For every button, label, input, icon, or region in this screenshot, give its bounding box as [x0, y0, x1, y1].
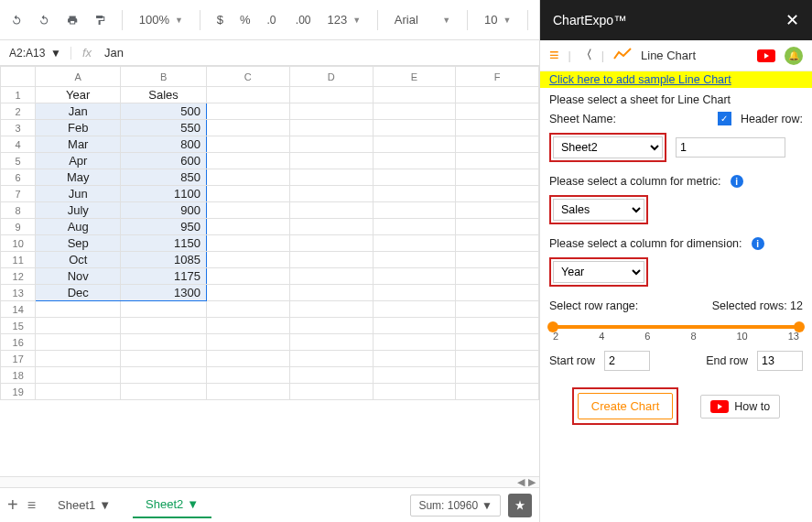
cell[interactable] [289, 186, 373, 202]
add-sheet-icon[interactable]: + [7, 495, 18, 516]
cell[interactable] [373, 153, 456, 169]
cell[interactable] [289, 301, 373, 318]
cell[interactable] [289, 136, 373, 153]
row-header[interactable]: 7 [1, 186, 36, 202]
name-box[interactable]: A2:A13▼ [0, 47, 71, 60]
cell[interactable] [456, 268, 539, 285]
cell[interactable] [456, 252, 539, 268]
undo-icon[interactable] [11, 12, 22, 28]
cell[interactable] [289, 318, 373, 334]
font-dropdown[interactable]: Arial▼ [395, 13, 450, 27]
column-header[interactable]: C [206, 67, 289, 87]
cell[interactable] [121, 334, 207, 351]
cell[interactable] [36, 301, 121, 318]
currency-icon[interactable]: $ [217, 13, 223, 27]
row-header[interactable]: 17 [1, 351, 36, 367]
cell[interactable] [206, 252, 289, 268]
cell[interactable]: Mar [36, 136, 121, 153]
cell[interactable]: Aug [36, 219, 121, 235]
row-header[interactable]: 12 [1, 268, 36, 285]
cell[interactable] [456, 87, 539, 103]
cell[interactable] [206, 268, 289, 285]
print-icon[interactable] [67, 12, 78, 28]
cell[interactable]: Year [36, 87, 121, 103]
cell[interactable] [121, 384, 207, 400]
row-header[interactable]: 10 [1, 235, 36, 252]
cell[interactable] [373, 285, 456, 301]
cell[interactable] [289, 153, 373, 169]
column-header[interactable]: E [373, 67, 456, 87]
cell[interactable] [206, 169, 289, 186]
cell[interactable] [373, 318, 456, 334]
row-header[interactable]: 16 [1, 334, 36, 351]
paint-format-icon[interactable] [94, 12, 105, 28]
cell[interactable] [206, 219, 289, 235]
cell[interactable]: July [36, 202, 121, 219]
how-to-button[interactable]: How to [700, 395, 780, 419]
column-header[interactable]: B [121, 67, 207, 87]
cell[interactable] [456, 285, 539, 301]
cell[interactable] [456, 334, 539, 351]
cell[interactable] [206, 367, 289, 384]
cell[interactable]: 1150 [121, 235, 207, 252]
cell[interactable] [373, 219, 456, 235]
row-header[interactable]: 14 [1, 301, 36, 318]
cell[interactable] [206, 351, 289, 367]
redo-icon[interactable] [38, 12, 49, 28]
back-icon[interactable]: 〈 [580, 48, 592, 63]
column-header[interactable]: F [456, 67, 539, 87]
cell[interactable]: 1085 [121, 252, 207, 268]
cell[interactable] [289, 285, 373, 301]
cell[interactable] [206, 120, 289, 136]
cell[interactable] [121, 367, 207, 384]
cell[interactable] [206, 318, 289, 334]
cell[interactable] [36, 351, 121, 367]
cell[interactable] [373, 268, 456, 285]
cell[interactable] [373, 301, 456, 318]
cell[interactable] [373, 384, 456, 400]
cell[interactable]: 800 [121, 136, 207, 153]
cell[interactable] [289, 252, 373, 268]
row-header[interactable]: 3 [1, 120, 36, 136]
horizontal-scrollbar[interactable]: ◀▶ [0, 476, 539, 487]
tab-sheet1[interactable]: Sheet1▼ [45, 493, 124, 517]
cell[interactable]: Feb [36, 120, 121, 136]
cell[interactable] [206, 301, 289, 318]
cell[interactable] [206, 334, 289, 351]
cell[interactable] [289, 334, 373, 351]
close-icon[interactable]: ✕ [785, 10, 799, 30]
cell[interactable]: Dec [36, 285, 121, 301]
cell[interactable] [206, 235, 289, 252]
cell[interactable] [206, 285, 289, 301]
cell[interactable] [456, 318, 539, 334]
zoom-dropdown[interactable]: 100%▼ [139, 13, 183, 27]
cell[interactable] [289, 169, 373, 186]
cell[interactable] [456, 367, 539, 384]
header-row-checkbox[interactable]: ✓ [718, 112, 731, 125]
explore-icon[interactable] [508, 494, 532, 517]
cell[interactable] [206, 136, 289, 153]
cell[interactable] [36, 367, 121, 384]
sample-chart-link[interactable]: Click here to add sample Line Chart [540, 71, 812, 88]
cell[interactable]: May [36, 169, 121, 186]
cell[interactable]: Sales [121, 87, 207, 103]
row-header[interactable]: 19 [1, 384, 36, 400]
cell[interactable] [121, 318, 207, 334]
cell[interactable] [373, 103, 456, 120]
cell[interactable] [289, 235, 373, 252]
cell[interactable] [373, 186, 456, 202]
cell[interactable] [121, 351, 207, 367]
cell[interactable] [373, 120, 456, 136]
cell[interactable] [456, 186, 539, 202]
cell[interactable] [456, 235, 539, 252]
grid[interactable]: ABCDEF1YearSales2Jan5003Feb5504Mar8005Ap… [0, 66, 539, 476]
cell[interactable] [373, 252, 456, 268]
cell[interactable] [373, 334, 456, 351]
cell[interactable]: Oct [36, 252, 121, 268]
info-icon[interactable]: i [731, 175, 743, 188]
column-header[interactable]: D [289, 67, 373, 87]
info-icon[interactable]: i [752, 237, 764, 250]
cell[interactable] [456, 169, 539, 186]
row-header[interactable]: 1 [1, 87, 36, 103]
cell[interactable]: Sep [36, 235, 121, 252]
